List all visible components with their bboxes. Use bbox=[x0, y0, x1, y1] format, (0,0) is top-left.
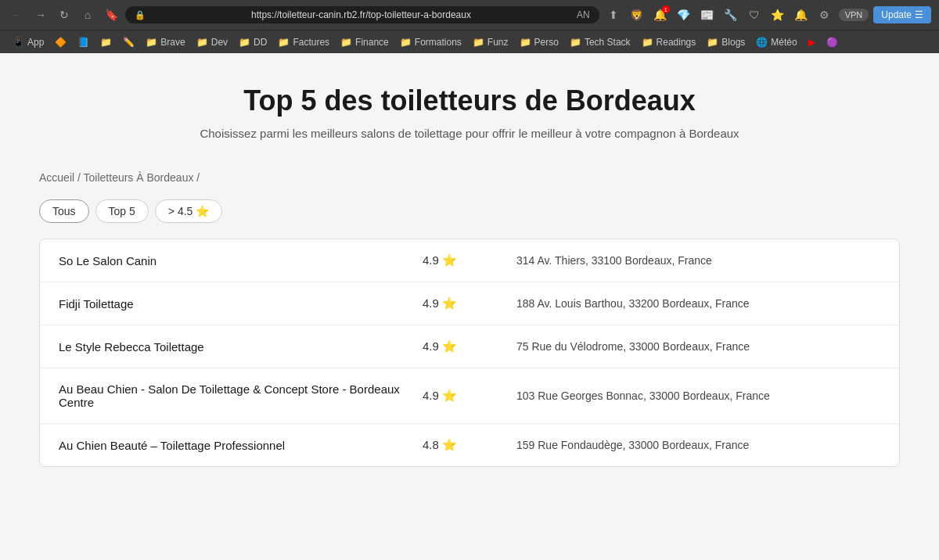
brave-news-btn[interactable]: 📰 bbox=[698, 5, 717, 24]
salon-address: 75 Rue du Vélodrome, 33000 Bordeaux, Fra… bbox=[516, 340, 880, 353]
astro-icon: 🔶 bbox=[55, 37, 67, 48]
salon-address: 159 Rue Fondaudège, 33000 Bordeaux, Fran… bbox=[516, 439, 880, 451]
table-row[interactable]: So Le Salon Canin 4.9 ⭐ 314 Av. Thiers, … bbox=[40, 239, 899, 282]
table-row[interactable]: Au Beau Chien - Salon De Toilettage & Co… bbox=[40, 368, 899, 424]
share-button[interactable]: ⬆ bbox=[604, 5, 623, 24]
salon-rating: 4.9 ⭐ bbox=[423, 296, 516, 311]
forward-button[interactable]: → bbox=[31, 5, 50, 24]
salon-rating: 4.9 ⭐ bbox=[423, 339, 516, 354]
filter-rating[interactable]: > 4.5 ⭐ bbox=[155, 199, 222, 223]
app-icon: 📱 bbox=[13, 37, 24, 48]
bookmark-ext1[interactable]: 🟣 bbox=[822, 35, 843, 49]
salon-rating: 4.9 ⭐ bbox=[423, 253, 516, 267]
reload-button[interactable]: ↻ bbox=[55, 5, 74, 24]
folder-icon: 📁 bbox=[146, 37, 157, 48]
folder-icon: 📁 bbox=[196, 37, 208, 48]
salon-rating: 4.9 ⭐ bbox=[423, 389, 516, 403]
extension-btn4[interactable]: 🔔 bbox=[792, 5, 811, 24]
folder-icon: 📁 bbox=[400, 37, 412, 48]
table-row[interactable]: Le Style Rebecca Toilettage 4.9 ⭐ 75 Rue… bbox=[40, 325, 899, 368]
vpn-badge[interactable]: VPN bbox=[839, 9, 869, 21]
table-row[interactable]: Au Chien Beauté – Toilettage Professionn… bbox=[40, 424, 899, 466]
address-bar[interactable]: 🔒 https://toiletteur-canin.rb2.fr/top-to… bbox=[125, 6, 599, 23]
folder-icon: 📁 bbox=[570, 37, 581, 48]
breadcrumb-sep1: / bbox=[77, 171, 84, 184]
back-button[interactable]: ← bbox=[8, 5, 27, 24]
salon-address: 314 Av. Thiers, 33100 Bordeaux, France bbox=[516, 254, 880, 267]
bookmarks-bar: 📱 App 🔶 📘 📁 ✏️ 📁 Brave 📁 Dev 📁 DD 📁 bbox=[0, 30, 939, 53]
bookmark-icon3[interactable]: ✏️ bbox=[118, 35, 139, 49]
folder-icon: 📁 bbox=[278, 37, 290, 48]
bookmark-brave[interactable]: 📁 Brave bbox=[141, 35, 189, 49]
bookmark-meteo[interactable]: 🌐 Météo bbox=[751, 35, 801, 49]
bookmark-funz[interactable]: 📁 Funz bbox=[468, 35, 513, 49]
lock-icon: 🔒 bbox=[135, 10, 146, 20]
meteo-icon: 🌐 bbox=[756, 37, 768, 48]
yt-icon: ▶ bbox=[808, 37, 815, 48]
outlook-icon: 📘 bbox=[77, 37, 89, 48]
notification-btn[interactable]: 🔔 1 bbox=[651, 5, 670, 24]
bookmark-formations[interactable]: 📁 Formations bbox=[395, 35, 466, 49]
bookmark-dd[interactable]: 📁 DD bbox=[234, 35, 272, 49]
folder-icon: 📁 bbox=[100, 37, 112, 48]
bookmark-finance[interactable]: 📁 Finance bbox=[336, 35, 394, 49]
breadcrumb-section[interactable]: Toiletteurs À Bordeaux bbox=[84, 171, 194, 184]
menu-icon: ☰ bbox=[915, 9, 923, 20]
bookmark-perso[interactable]: 📁 Perso bbox=[515, 35, 563, 49]
browser-toolbar: ← → ↻ ⌂ 🔖 🔒 https://toiletteur-canin.rb2… bbox=[0, 0, 939, 30]
browser-actions: ⬆ 🦁 🔔 1 💎 📰 🔧 🛡 ⭐ 🔔 ⚙ VPN Update ☰ bbox=[604, 5, 931, 24]
page-content: Top 5 des toiletteurs de Bordeaux Choisi… bbox=[0, 53, 939, 560]
salon-name: Au Chien Beauté – Toilettage Professionn… bbox=[59, 439, 423, 452]
extension-btn5[interactable]: ⚙ bbox=[815, 5, 834, 24]
page-header: Top 5 des toiletteurs de Bordeaux Choisi… bbox=[16, 84, 923, 140]
bookmark-blogs[interactable]: 📁 Blogs bbox=[702, 35, 750, 49]
bookmark-youtube[interactable]: ▶ bbox=[804, 35, 820, 49]
brave-shield[interactable]: 🦁 bbox=[628, 5, 646, 24]
bookmark-dev[interactable]: 📁 Dev bbox=[192, 35, 232, 49]
url-text: https://toiletteur-canin.rb2.fr/top-toil… bbox=[150, 9, 572, 20]
ext-icon: 🟣 bbox=[826, 37, 838, 48]
folder-icon: 📁 bbox=[473, 37, 484, 48]
update-button[interactable]: Update ☰ bbox=[873, 6, 931, 23]
wallet-btn[interactable]: 💎 bbox=[675, 5, 693, 24]
salon-address: 103 Rue Georges Bonnac, 33000 Bordeaux, … bbox=[516, 389, 880, 402]
bookmark-label: App bbox=[27, 37, 44, 48]
bookmark-tech-stack[interactable]: 📁 Tech Stack bbox=[565, 35, 635, 49]
salon-name: Le Style Rebecca Toilettage bbox=[59, 340, 423, 354]
folder-icon: 📁 bbox=[707, 37, 718, 48]
salon-name: So Le Salon Canin bbox=[59, 254, 423, 267]
folder-icon: 📁 bbox=[520, 37, 531, 48]
bookmark-button[interactable]: 🔖 bbox=[102, 5, 121, 24]
extension-btn3[interactable]: ⭐ bbox=[768, 5, 787, 24]
page-subtitle: Choisissez parmi les meilleurs salons de… bbox=[16, 127, 923, 140]
filter-top5[interactable]: Top 5 bbox=[95, 199, 149, 223]
bookmark-readings[interactable]: 📁 Readings bbox=[637, 35, 701, 49]
breadcrumb: Accueil / Toiletteurs À Bordeaux / bbox=[39, 171, 900, 184]
salon-name: Au Beau Chien - Salon De Toilettage & Co… bbox=[59, 382, 423, 409]
salon-name: Fidji Toilettage bbox=[59, 297, 423, 311]
breadcrumb-home[interactable]: Accueil bbox=[39, 171, 74, 184]
bookmark-factures[interactable]: 📁 Factures bbox=[273, 35, 334, 49]
bookmark-folder1[interactable]: 📁 bbox=[95, 35, 117, 49]
bookmark-app[interactable]: 📱 App bbox=[8, 35, 49, 49]
breadcrumb-sep2: / bbox=[196, 171, 200, 184]
folder-icon: 📁 bbox=[340, 37, 352, 48]
folder-icon: 📁 bbox=[239, 37, 250, 48]
salon-rating: 4.8 ⭐ bbox=[423, 438, 516, 452]
bookmark-icon2[interactable]: 📘 bbox=[73, 35, 94, 49]
translate-icon: AN bbox=[577, 9, 590, 20]
home-button[interactable]: ⌂ bbox=[78, 5, 97, 24]
page-title: Top 5 des toiletteurs de Bordeaux bbox=[16, 84, 923, 117]
filter-bar: Tous Top 5 > 4.5 ⭐ bbox=[39, 199, 900, 223]
extension-btn1[interactable]: 🔧 bbox=[721, 5, 740, 24]
extension-btn2[interactable]: 🛡 bbox=[745, 5, 764, 24]
folder-icon: 📁 bbox=[642, 37, 653, 48]
salon-address: 188 Av. Louis Barthou, 33200 Bordeaux, F… bbox=[516, 297, 880, 310]
table-row[interactable]: Fidji Toilettage 4.9 ⭐ 188 Av. Louis Bar… bbox=[40, 282, 899, 325]
results-table: So Le Salon Canin 4.9 ⭐ 314 Av. Thiers, … bbox=[39, 239, 900, 467]
pencil-icon: ✏️ bbox=[123, 37, 135, 48]
filter-tous[interactable]: Tous bbox=[39, 199, 89, 223]
browser-chrome: ← → ↻ ⌂ 🔖 🔒 https://toiletteur-canin.rb2… bbox=[0, 0, 939, 53]
bookmark-icon1[interactable]: 🔶 bbox=[50, 35, 71, 49]
